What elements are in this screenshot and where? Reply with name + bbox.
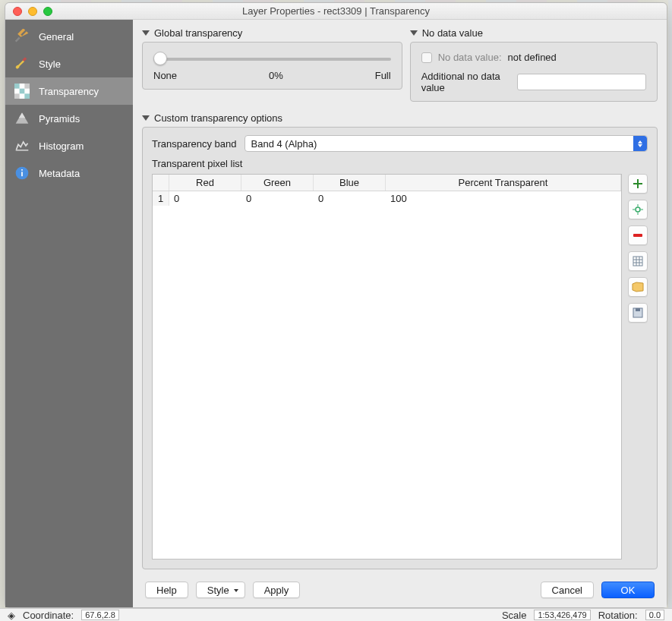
table-row[interactable]: 1 0 0 0 100 xyxy=(153,191,621,206)
sidebar-item-label: General xyxy=(39,31,74,43)
rotation-label: Rotation: xyxy=(598,610,638,621)
sidebar-item-label: Transparency xyxy=(39,86,99,97)
pixel-list-label: Transparent pixel list xyxy=(152,158,648,169)
no-data-value: not defined xyxy=(508,52,557,63)
render-icon: ◈ xyxy=(8,610,15,621)
export-button[interactable] xyxy=(628,303,648,323)
transparency-band-select[interactable]: Band 4 (Alpha) xyxy=(245,135,648,152)
checker-icon xyxy=(14,84,30,99)
custom-transparency-heading[interactable]: Custom transparency options xyxy=(142,112,658,124)
transparency-slider[interactable] xyxy=(153,52,391,65)
sidebar-item-general[interactable]: General xyxy=(5,23,133,50)
no-data-checkbox[interactable] xyxy=(421,52,432,63)
titlebar: Layer Properties - rect3309 | Transparen… xyxy=(5,3,667,20)
remove-row-button[interactable] xyxy=(628,225,648,245)
dialog-window: Layer Properties - rect3309 | Transparen… xyxy=(5,2,667,608)
additional-no-data-label: Additional no data value xyxy=(421,71,511,93)
slider-value-label: 0% xyxy=(269,70,283,81)
select-stepper-icon xyxy=(633,136,647,151)
info-icon xyxy=(14,165,30,181)
svg-rect-3 xyxy=(20,89,25,94)
global-transparency-heading[interactable]: Global transparency xyxy=(142,27,402,39)
disclosure-icon xyxy=(142,30,150,36)
import-button[interactable] xyxy=(628,277,648,297)
status-bar: ◈ Coordinate: 67.6,2.8 Scale 1:53,426,47… xyxy=(0,608,672,621)
col-blue: Blue xyxy=(314,175,386,191)
sidebar-item-histogram[interactable]: Histogram xyxy=(5,132,133,159)
svg-rect-14 xyxy=(633,183,642,184)
style-button[interactable]: Style xyxy=(196,582,245,598)
scale-label: Scale xyxy=(502,610,527,621)
brush-icon xyxy=(14,56,30,71)
svg-rect-6 xyxy=(14,93,20,99)
sidebar-item-label: Histogram xyxy=(39,140,84,152)
svg-rect-9 xyxy=(16,150,29,151)
no-data-heading[interactable]: No data value xyxy=(410,27,658,39)
add-row-button[interactable] xyxy=(628,174,648,194)
sidebar-item-pyramids[interactable]: Pyramids xyxy=(5,105,133,132)
no-data-checkbox-label: No data value: xyxy=(438,52,502,63)
sidebar-item-style[interactable]: Style xyxy=(5,50,133,77)
pixel-list-toolbar xyxy=(628,174,648,560)
scale-value[interactable]: 1:53,426,479 xyxy=(534,610,590,620)
svg-rect-20 xyxy=(633,234,642,237)
svg-rect-27 xyxy=(636,308,640,311)
pyramid-icon xyxy=(14,111,30,126)
histogram-icon xyxy=(14,138,30,153)
sidebar-item-label: Pyramids xyxy=(39,113,80,125)
sidebar-item-label: Metadata xyxy=(39,168,80,179)
default-values-button[interactable] xyxy=(628,251,648,271)
col-pct: Percent Transparent xyxy=(386,175,621,191)
svg-rect-2 xyxy=(14,84,20,89)
cancel-button[interactable]: Cancel xyxy=(541,582,594,598)
sidebar-item-label: Style xyxy=(39,58,61,70)
pick-from-map-button[interactable] xyxy=(628,200,648,219)
sidebar-item-transparency[interactable]: Transparency xyxy=(5,77,133,105)
coord-label: Coordinate: xyxy=(23,610,74,621)
help-button[interactable]: Help xyxy=(145,582,188,598)
additional-no-data-input[interactable] xyxy=(517,74,646,90)
dialog-body: General Style Transparency Pyramids xyxy=(5,20,667,607)
svg-rect-21 xyxy=(633,257,642,266)
sidebar: General Style Transparency Pyramids xyxy=(5,20,133,607)
svg-rect-11 xyxy=(21,172,23,176)
global-transparency-group: None 0% Full xyxy=(142,42,402,90)
slider-max-label: Full xyxy=(375,70,391,81)
main-panel: Global transparency None 0% Full xyxy=(133,20,667,607)
ok-button[interactable]: OK xyxy=(601,582,655,598)
col-green: Green xyxy=(241,175,314,191)
svg-rect-12 xyxy=(21,169,23,171)
slider-min-label: None xyxy=(153,70,177,81)
svg-rect-5 xyxy=(24,84,30,89)
svg-rect-4 xyxy=(24,93,30,99)
disclosure-icon xyxy=(142,115,150,121)
pixel-list-table[interactable]: Red Green Blue Percent Transparent 1 0 0… xyxy=(152,174,622,560)
svg-marker-8 xyxy=(19,113,25,118)
no-data-group: No data value: not defined Additional no… xyxy=(410,42,658,102)
window-title: Layer Properties - rect3309 | Transparen… xyxy=(5,5,667,17)
disclosure-icon xyxy=(410,30,418,36)
apply-button[interactable]: Apply xyxy=(253,582,301,598)
col-red: Red xyxy=(169,175,241,191)
svg-point-15 xyxy=(636,207,640,212)
coord-value[interactable]: 67.6,2.8 xyxy=(81,610,119,620)
wrench-icon xyxy=(14,29,30,44)
rotation-value[interactable]: 0.0 xyxy=(645,610,664,620)
custom-transparency-group: Transparency band Band 4 (Alpha) Transpa… xyxy=(142,127,658,569)
table-header: Red Green Blue Percent Transparent xyxy=(153,175,621,191)
dialog-footer: Help Style Apply Cancel OK xyxy=(142,574,658,601)
transparency-band-label: Transparency band xyxy=(152,138,237,150)
transparency-band-value: Band 4 (Alpha) xyxy=(251,138,317,150)
sidebar-item-metadata[interactable]: Metadata xyxy=(5,159,133,187)
